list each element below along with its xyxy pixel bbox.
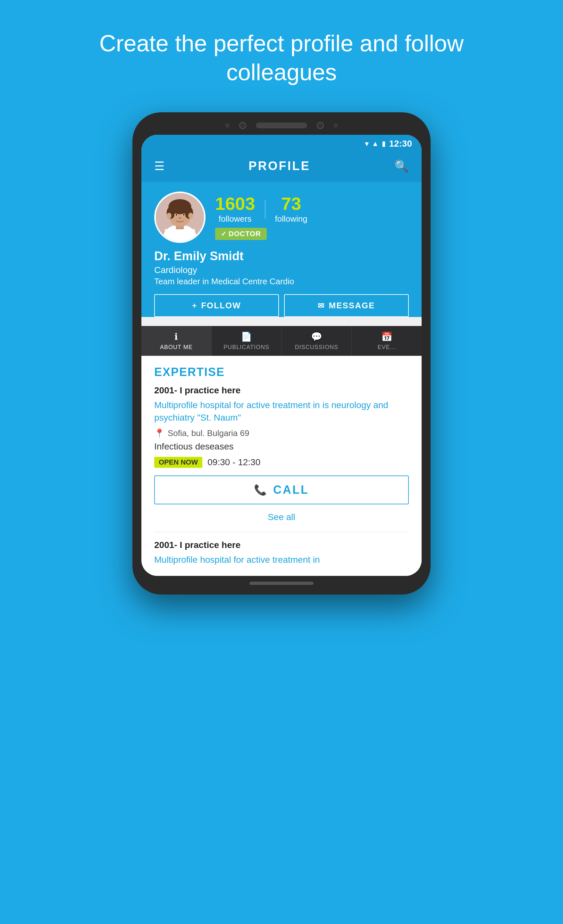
- phone-mockup: ▾ ▲ ▮ 12:30 ☰ PROFILE 🔍: [132, 112, 431, 594]
- profile-position: Team leader in Medical Centre Cardio: [154, 276, 409, 286]
- follow-label: FOLLOW: [201, 301, 241, 310]
- events-icon: 📅: [381, 332, 392, 342]
- hours-row: OPEN NOW 09:30 - 12:30: [154, 457, 409, 468]
- profile-specialty: Cardiology: [154, 265, 409, 275]
- profile-section: 1603 followers 73 following ✓ DOCTOR: [141, 182, 422, 317]
- tab-publications-label: PUBLICATIONS: [223, 344, 269, 351]
- hours-text: 09:30 - 12:30: [207, 457, 261, 468]
- stats-container: 1603 followers 73 following: [215, 195, 317, 224]
- tab-about-label: ABOUT ME: [160, 344, 193, 351]
- svg-rect-2: [165, 230, 195, 242]
- call-button[interactable]: 📞 CALL: [154, 476, 409, 504]
- tab-discussions-label: DISCUSSIONS: [295, 344, 338, 351]
- practice-year-2: 2001- I practice here: [154, 540, 409, 550]
- message-label: MESSAGE: [329, 301, 375, 310]
- specialty-text: Infectious deseases: [154, 441, 409, 452]
- call-label: CALL: [273, 483, 309, 496]
- badge-check-icon: ✓: [221, 230, 227, 238]
- tab-events-label: EVE...: [378, 344, 396, 351]
- followers-label: followers: [219, 214, 252, 224]
- status-time: 12:30: [389, 139, 412, 149]
- followers-count: 1603: [215, 195, 255, 213]
- phone-top-bar: [141, 122, 422, 129]
- tab-publications[interactable]: 📄 PUBLICATIONS: [212, 326, 282, 356]
- avatar-image: [156, 193, 204, 241]
- see-all-link[interactable]: See all: [154, 512, 409, 522]
- front-sensor-2: [317, 122, 324, 129]
- tab-discussions[interactable]: 💬 DISCUSSIONS: [282, 326, 352, 356]
- tab-about-me[interactable]: ℹ ABOUT ME: [141, 326, 212, 356]
- open-now-badge: OPEN NOW: [154, 457, 202, 468]
- front-sensor: [225, 123, 229, 128]
- battery-icon: ▮: [382, 140, 386, 148]
- signal-icon: ▲: [372, 140, 379, 148]
- speaker: [256, 123, 307, 128]
- status-icons: ▾ ▲ ▮ 12:30: [365, 139, 412, 149]
- page-headline: Create the perfect profile and follow co…: [89, 29, 474, 87]
- location-row: 📍 Sofia, bul. Bulgaria 69: [154, 428, 409, 438]
- home-indicator: [249, 582, 314, 585]
- svg-point-11: [183, 214, 185, 216]
- follow-icon: +: [192, 301, 197, 310]
- svg-point-14: [188, 213, 193, 219]
- tab-bar: ℹ ABOUT ME 📄 PUBLICATIONS 💬 DISCUSSIONS …: [141, 326, 422, 356]
- svg-point-13: [167, 213, 172, 219]
- phone-screen: ▾ ▲ ▮ 12:30 ☰ PROFILE 🔍: [141, 135, 422, 576]
- discussions-icon: 💬: [311, 332, 322, 342]
- status-bar: ▾ ▲ ▮ 12:30: [141, 135, 422, 153]
- action-buttons: + FOLLOW ✉ MESSAGE: [154, 294, 409, 317]
- phone-bottom-bar: [141, 582, 422, 585]
- svg-point-12: [178, 217, 181, 219]
- expertise-title: EXPERTISE: [154, 365, 409, 379]
- about-icon: ℹ: [174, 332, 178, 342]
- following-label: following: [275, 214, 307, 224]
- call-phone-icon: 📞: [254, 484, 268, 496]
- followers-stat: 1603 followers: [215, 195, 265, 224]
- profile-name: Dr. Emily Smidt: [154, 249, 409, 263]
- message-icon: ✉: [318, 301, 325, 310]
- svg-point-10: [175, 214, 177, 216]
- profile-top: 1603 followers 73 following ✓ DOCTOR: [154, 192, 409, 243]
- wifi-icon: ▾: [365, 139, 369, 148]
- header-title: PROFILE: [249, 159, 310, 173]
- tab-events[interactable]: 📅 EVE...: [352, 326, 422, 356]
- publications-icon: 📄: [241, 332, 252, 342]
- following-stat: 73 following: [265, 195, 317, 224]
- location-text: Sofia, bul. Bulgaria 69: [168, 428, 249, 438]
- front-camera: [239, 122, 246, 129]
- follow-button[interactable]: + FOLLOW: [154, 294, 279, 317]
- message-button[interactable]: ✉ MESSAGE: [284, 294, 409, 317]
- profile-stats: 1603 followers 73 following ✓ DOCTOR: [215, 192, 317, 240]
- following-count: 73: [281, 195, 301, 213]
- location-icon: 📍: [154, 428, 165, 438]
- hospital-name-2[interactable]: Multiprofile hospital for active treatme…: [154, 554, 409, 566]
- search-icon[interactable]: 🔍: [394, 159, 409, 173]
- badge-label: DOCTOR: [229, 230, 261, 238]
- avatar: [154, 192, 205, 243]
- front-sensor-3: [334, 123, 338, 128]
- hospital-name-1[interactable]: Multiprofile hospital for active treatme…: [154, 399, 409, 424]
- menu-icon[interactable]: ☰: [154, 160, 165, 172]
- practice-year-1: 2001- I practice here: [154, 386, 409, 396]
- app-header: ☰ PROFILE 🔍: [141, 153, 422, 182]
- doctor-badge: ✓ DOCTOR: [215, 228, 267, 240]
- content-area: EXPERTISE 2001- I practice here Multipro…: [141, 356, 422, 576]
